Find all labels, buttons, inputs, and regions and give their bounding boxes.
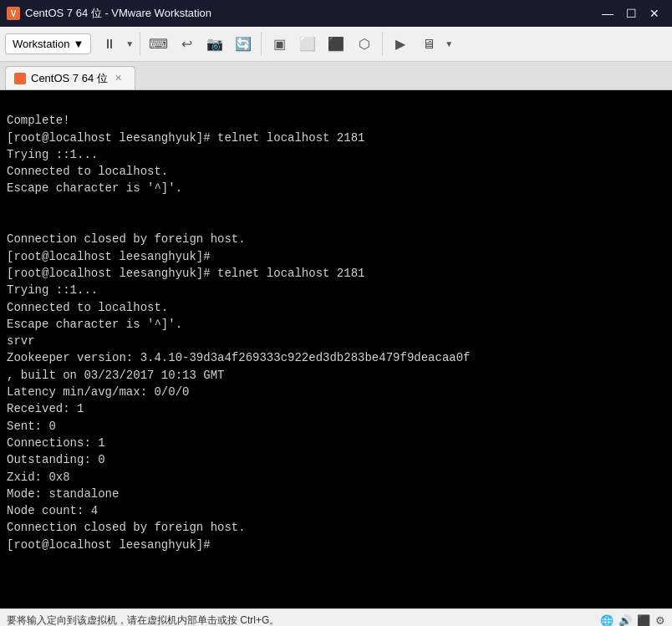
toolbar-sep-2 bbox=[261, 33, 262, 56]
view-group: 🖥 ▼ bbox=[415, 33, 455, 56]
toolbar: Workstation ▼ ⏸ ▼ ⌨ ↩ 📷 🔄 ▣ ⬜ ⬛ ⬡ ▶ 🖥 ▼ bbox=[0, 27, 672, 62]
view-dropdown[interactable]: ▼ bbox=[443, 33, 455, 56]
maximize-button[interactable]: ☐ bbox=[620, 4, 642, 23]
workstation-menu[interactable]: Workstation ▼ bbox=[5, 33, 91, 54]
settings-icon: ⚙ bbox=[655, 614, 665, 626]
usb-icon: ⬛ bbox=[637, 614, 650, 626]
snapshot3-button[interactable]: 🔄 bbox=[230, 33, 257, 56]
tab-close-button[interactable]: ✕ bbox=[113, 73, 125, 84]
tab-bar: CentOS 7 64 位 ✕ bbox=[0, 62, 672, 90]
minimize-button[interactable]: — bbox=[597, 4, 619, 23]
window-title: CentOS 7 64 位 - VMware Workstation bbox=[25, 6, 592, 21]
tab-label: CentOS 7 64 位 bbox=[31, 71, 108, 86]
close-button[interactable]: ✕ bbox=[644, 4, 665, 23]
vm-tab[interactable]: CentOS 7 64 位 ✕ bbox=[5, 66, 135, 89]
send-ctrlaltdel-button[interactable]: ⌨ bbox=[145, 33, 171, 56]
unity-button[interactable]: ⬛ bbox=[323, 33, 349, 56]
snapshot-button[interactable]: ↩ bbox=[173, 33, 200, 56]
pause-group: ⏸ ▼ bbox=[96, 33, 135, 56]
view-button[interactable]: 🖥 bbox=[415, 33, 442, 56]
window-controls: — ☐ ✕ bbox=[597, 4, 665, 23]
terminal-content: Complete! [root@localhost leesanghyuk]# … bbox=[7, 114, 471, 551]
snapshot2-button[interactable]: 📷 bbox=[201, 33, 228, 56]
fit-button[interactable]: ▣ bbox=[266, 33, 293, 56]
pause-dropdown[interactable]: ▼ bbox=[124, 33, 135, 56]
dropdown-icon: ▼ bbox=[73, 38, 84, 50]
status-bar: 要将输入定向到该虚拟机，请在虚拟机内部单击或按 Ctrl+G。 🌐 🔊 ⬛ ⚙ bbox=[0, 608, 672, 626]
pause-button[interactable]: ⏸ bbox=[96, 33, 123, 56]
console-button[interactable]: ▶ bbox=[387, 33, 414, 56]
status-text: 要将输入定向到该虚拟机，请在虚拟机内部单击或按 Ctrl+G。 bbox=[7, 613, 279, 626]
audio-icon: 🔊 bbox=[619, 614, 632, 626]
status-icons: 🌐 🔊 ⬛ ⚙ bbox=[600, 614, 665, 626]
toolbar-sep-3 bbox=[382, 33, 383, 56]
network-icon: 🌐 bbox=[600, 614, 613, 626]
title-bar: V CentOS 7 64 位 - VMware Workstation — ☐… bbox=[0, 0, 672, 27]
toolbar-sep-1 bbox=[140, 33, 140, 56]
terminal-output[interactable]: Complete! [root@localhost leesanghyuk]# … bbox=[0, 90, 672, 608]
switch-button[interactable]: ⬡ bbox=[351, 33, 378, 56]
workstation-label: Workstation bbox=[13, 38, 69, 50]
full-screen-button[interactable]: ⬜ bbox=[294, 33, 321, 56]
app-icon: V bbox=[7, 7, 20, 20]
tab-icon bbox=[14, 73, 26, 84]
